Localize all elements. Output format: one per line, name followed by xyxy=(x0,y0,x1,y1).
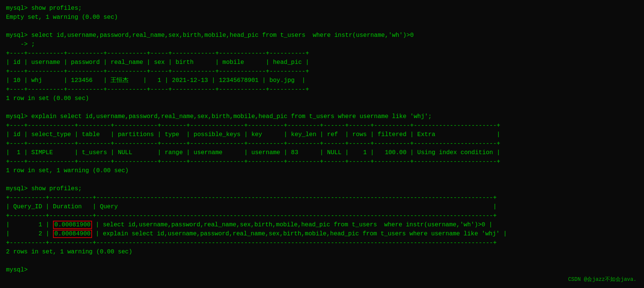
table1-border-top: +----+----------+----------+-----------+… xyxy=(6,49,638,58)
table3-row2-id: 2 xyxy=(10,230,42,237)
watermark: CSDN @会jazz不如会java. xyxy=(568,276,636,283)
terminal-container: mysql> show profiles; Empty set, 1 warni… xyxy=(6,4,638,274)
table3-row2: | 2 | 0.00084900 | explain select id,use… xyxy=(6,229,638,238)
table3-header: | Query_ID | Duration | Query | xyxy=(6,202,638,211)
table3-border-mid: +----------+------------+---------------… xyxy=(6,211,638,220)
blank-1 xyxy=(6,22,638,31)
table1-border-bot: +----+----------+----------+-----------+… xyxy=(6,85,638,94)
table1-border-mid: +----+----------+----------+-----------+… xyxy=(6,67,638,76)
table3-row1-id: 1 xyxy=(10,221,42,228)
table2-border-top: +----+-------------+---------+----------… xyxy=(6,121,638,130)
select-cmd-line2: -> ; xyxy=(6,40,638,49)
table2-data-row: | 1 | SIMPLE | t_users | NULL | range | … xyxy=(6,148,638,157)
table2-footer: 1 row in set, 1 warning (0.00 sec) xyxy=(6,166,638,175)
final-prompt: mysql> xyxy=(6,265,638,274)
table1-header: | id | username | password | real_name |… xyxy=(6,58,638,67)
table3-footer: 2 rows in set, 1 warning (0.00 sec) xyxy=(6,247,638,256)
table3-border-top: +----------+------------+---------------… xyxy=(6,193,638,202)
table3: +----------+------------+---------------… xyxy=(6,193,638,247)
table1-footer: 1 row in set (0.00 sec) xyxy=(6,94,638,103)
select-cmd-line1: mysql> select id,username,password,real_… xyxy=(6,31,638,40)
blank-2 xyxy=(6,103,638,112)
blank-4 xyxy=(6,256,638,265)
table1-data-row: | 10 | whj | 123456 | 王恒杰 | 1 | 2021-12-… xyxy=(6,76,638,85)
table3-row1-dur-highlight: 0.00081900 xyxy=(53,221,92,229)
table1: +----+----------+----------+-----------+… xyxy=(6,49,638,94)
blank-3 xyxy=(6,175,638,184)
table3-row1: | 1 | 0.00081900 | select id,username,pa… xyxy=(6,220,638,229)
explain-cmd: mysql> explain select id,username,passwo… xyxy=(6,112,638,121)
cmd-show-profiles-1: mysql> show profiles; xyxy=(6,4,638,13)
table2: +----+-------------+---------+----------… xyxy=(6,121,638,166)
table2-header: | id | select_type | table | partitions … xyxy=(6,130,638,139)
table2-border-mid: +----+-------------+---------+----------… xyxy=(6,139,638,148)
table3-row1-query: select id,username,password,real_name,se… xyxy=(99,221,485,228)
table3-row2-dur-highlight: 0.00084900 xyxy=(53,230,92,238)
table3-row2-query: explain select id,username,password,real… xyxy=(99,230,500,237)
empty-set-warning-1: Empty set, 1 warning (0.00 sec) xyxy=(6,13,638,22)
table3-border-bot: +----------+------------+---------------… xyxy=(6,238,638,247)
cmd-show-profiles-2: mysql> show profiles; xyxy=(6,184,638,193)
table2-border-bot: +----+-------------+---------+----------… xyxy=(6,157,638,166)
